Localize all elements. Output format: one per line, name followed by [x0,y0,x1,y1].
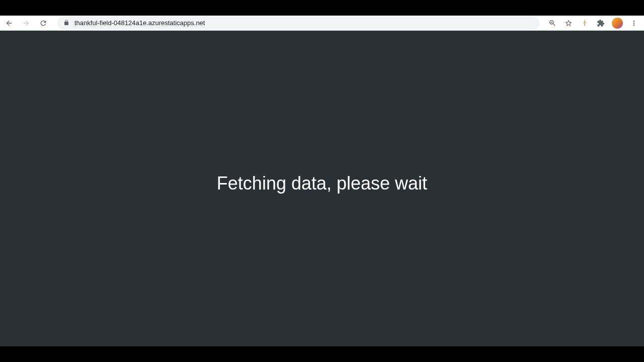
loading-message: Fetching data, please wait [217,173,427,194]
url-text: thankful-field-048124a1e.azurestaticapps… [74,19,205,27]
address-bar[interactable]: thankful-field-048124a1e.azurestaticapps… [57,17,539,30]
extension-icon [581,19,589,27]
reload-icon [39,19,47,27]
back-button[interactable] [3,17,15,29]
arrow-right-icon [22,19,30,27]
svg-point-0 [584,24,586,26]
profile-avatar[interactable] [612,18,623,29]
bookmark-button[interactable] [564,18,574,28]
browser-toolbar: thankful-field-048124a1e.azurestaticapps… [0,16,644,31]
letterbox-bottom [0,346,644,362]
extension-1-button[interactable] [580,18,590,28]
kebab-menu-icon [630,19,638,27]
letterbox-top [0,0,644,16]
zoom-icon [548,19,556,27]
toolbar-right [547,18,641,29]
puzzle-icon [597,19,605,27]
extensions-button[interactable] [596,18,606,28]
arrow-left-icon [5,19,13,27]
page-content: Fetching data, please wait [0,31,644,346]
lock-icon [63,19,69,28]
menu-button[interactable] [629,18,639,28]
zoom-button[interactable] [547,18,557,28]
reload-button[interactable] [37,17,49,29]
star-icon [565,19,573,27]
forward-button[interactable] [20,17,32,29]
